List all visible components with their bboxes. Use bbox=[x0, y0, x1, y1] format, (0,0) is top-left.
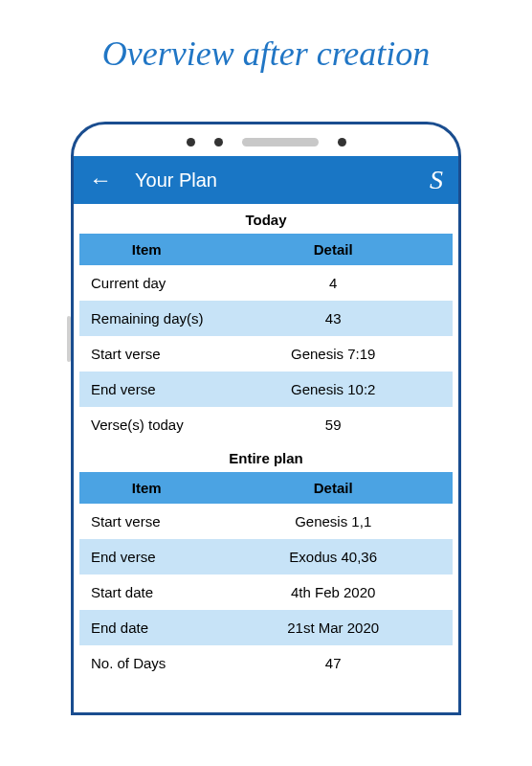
row-item: Start verse bbox=[79, 336, 213, 372]
row-item: End date bbox=[79, 610, 213, 645]
row-item: Start date bbox=[79, 574, 213, 610]
row-detail: 4 bbox=[213, 265, 453, 301]
row-item: Verse(s) today bbox=[79, 407, 213, 442]
camera-dot bbox=[187, 138, 195, 146]
table-row: Verse(s) today 59 bbox=[79, 407, 453, 442]
row-detail: Genesis 1,1 bbox=[213, 504, 453, 539]
speaker-bar bbox=[242, 138, 319, 146]
camera-dot-2 bbox=[338, 138, 346, 146]
page-title: Overview after creation bbox=[0, 0, 532, 122]
content-area: Today Item Detail Current day 4 Remainin… bbox=[74, 204, 458, 681]
entire-plan-table: Item Detail Start verse Genesis 1,1 End … bbox=[79, 472, 453, 681]
app-bar: ← Your Plan S bbox=[74, 156, 458, 204]
back-arrow-icon[interactable]: ← bbox=[89, 167, 112, 193]
table-row: End date 21st Mar 2020 bbox=[79, 610, 453, 645]
app-logo-icon[interactable]: S bbox=[430, 165, 443, 195]
row-item: Start verse bbox=[79, 504, 213, 539]
table-row: End verse Exodus 40,36 bbox=[79, 539, 453, 574]
row-detail: 21st Mar 2020 bbox=[213, 610, 453, 645]
today-section-title: Today bbox=[79, 204, 453, 234]
plan-header-item: Item bbox=[79, 472, 213, 504]
table-row: Start verse Genesis 1,1 bbox=[79, 504, 453, 539]
sensor-dot bbox=[214, 138, 223, 146]
phone-notch bbox=[74, 124, 458, 156]
today-header-detail: Detail bbox=[213, 234, 453, 265]
table-row: Current day 4 bbox=[79, 265, 453, 301]
today-table: Item Detail Current day 4 Remaining day(… bbox=[79, 234, 453, 442]
row-item: End verse bbox=[79, 372, 213, 407]
table-row: End verse Genesis 10:2 bbox=[79, 372, 453, 407]
entire-plan-section-title: Entire plan bbox=[79, 442, 453, 472]
plan-header-detail: Detail bbox=[213, 472, 453, 504]
table-row: No. of Days 47 bbox=[79, 645, 453, 681]
row-detail: Exodus 40,36 bbox=[213, 539, 453, 574]
app-bar-title: Your Plan bbox=[135, 169, 430, 192]
row-item: No. of Days bbox=[79, 645, 213, 681]
table-row: Start date 4th Feb 2020 bbox=[79, 574, 453, 610]
table-row: Remaining day(s) 43 bbox=[79, 301, 453, 336]
row-item: End verse bbox=[79, 539, 213, 574]
phone-frame: ← Your Plan S Today Item Detail Current … bbox=[71, 122, 461, 715]
row-detail: 43 bbox=[213, 301, 453, 336]
table-row: Start verse Genesis 7:19 bbox=[79, 336, 453, 372]
row-detail: Genesis 10:2 bbox=[213, 372, 453, 407]
row-detail: 4th Feb 2020 bbox=[213, 574, 453, 610]
row-detail: 47 bbox=[213, 645, 453, 681]
row-item: Current day bbox=[79, 265, 213, 301]
today-header-item: Item bbox=[79, 234, 213, 265]
row-item: Remaining day(s) bbox=[79, 301, 213, 336]
row-detail: Genesis 7:19 bbox=[213, 336, 453, 372]
row-detail: 59 bbox=[213, 407, 453, 442]
